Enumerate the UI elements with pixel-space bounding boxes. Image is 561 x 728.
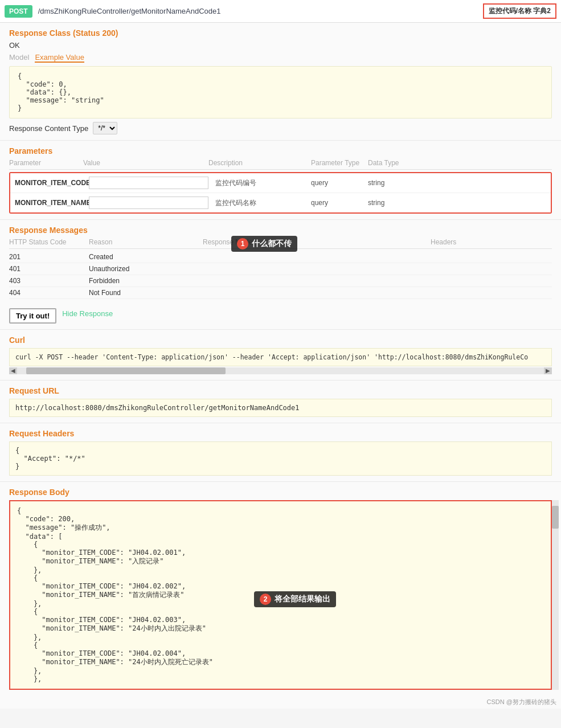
response-body-title: Response Body: [9, 488, 552, 497]
resp-row-201: 201 Created: [9, 251, 552, 263]
resp-row-401: 401 Unauthorized: [9, 263, 552, 275]
model-tabs: Model Example Value: [9, 53, 552, 63]
param-dtype-1: string: [368, 199, 425, 207]
status-404: 404: [9, 289, 89, 297]
param-row: MONITOR_ITEM_CODE 监控代码编号 query string: [10, 173, 551, 193]
example-value-tab[interactable]: Example Value: [35, 53, 84, 63]
response-body-scrollbar[interactable]: [552, 500, 559, 690]
response-class-section: Response Class (Status 200) OK Model Exa…: [0, 23, 561, 141]
col-header-dtype: Data Type: [368, 159, 425, 167]
curl-scrollbar[interactable]: ◀ ▶: [9, 367, 552, 374]
resp-col-reason: Reason: [89, 238, 203, 246]
param-desc-1: 监控代码名称: [208, 198, 311, 208]
status-403: 403: [9, 277, 89, 285]
reason-404: Not Found: [89, 289, 203, 297]
annotation-circle-2: 2: [260, 594, 271, 605]
param-name-0: MONITOR_ITEM_CODE: [15, 179, 89, 187]
model-404: [203, 289, 317, 297]
scroll-left-arrow[interactable]: ◀: [9, 367, 17, 374]
annotation-1: 1 什么都不传: [231, 236, 297, 252]
response-messages-title: Response Messages: [9, 226, 552, 235]
try-it-button[interactable]: Try it out!: [9, 308, 56, 324]
model-tab[interactable]: Model: [9, 53, 29, 63]
watermark: CSDN @努力搬砖的猪头: [0, 696, 561, 709]
request-url-value: http://localhost:8080/dmsZhikongRuleCont…: [9, 399, 552, 417]
curl-title: Curl: [9, 336, 552, 345]
request-url-title: Request URL: [9, 386, 552, 395]
param-input-0[interactable]: [89, 177, 208, 189]
response-body-section: Response Body { "code": 200, "message": …: [0, 482, 561, 696]
model-401: [203, 265, 317, 273]
resp-row-403: 403 Forbidden: [9, 275, 552, 287]
col-header-description: Description: [208, 159, 311, 167]
col-header-parameter: Parameter: [9, 159, 83, 167]
param-dtype-0: string: [368, 179, 425, 187]
param-row: MONITOR_ITEM_NAME 监控代码名称 query string: [10, 193, 551, 212]
param-rows-box: MONITOR_ITEM_CODE 监控代码编号 query string MO…: [9, 172, 552, 214]
status-201: 201: [9, 253, 89, 261]
hide-response-link[interactable]: Hide Response: [62, 309, 113, 318]
content-type-select[interactable]: */*: [93, 122, 117, 134]
ok-text: OK: [9, 41, 552, 50]
col-header-value: Value: [83, 159, 208, 167]
annotation-1-text: 什么都不传: [252, 239, 292, 249]
resp-row-404: 404 Not Found: [9, 287, 552, 299]
method-badge: POST: [5, 5, 32, 18]
parameters-section: Parameters Parameter Value Description P…: [0, 141, 561, 220]
scroll-right-arrow[interactable]: ▶: [544, 367, 552, 374]
annotation-2: 2 将全部结果输出: [254, 591, 336, 607]
parameters-title: Parameters: [9, 146, 552, 156]
main-container: POST /dmsZhiKongRuleController/getMonito…: [0, 0, 561, 709]
resp-col-headers: Headers: [431, 238, 488, 246]
curl-section: Curl curl -X POST --header 'Content-Type…: [0, 330, 561, 381]
headers-201: [317, 253, 374, 261]
response-content-type-row: Response Content Type */*: [9, 122, 552, 134]
headers-403: [317, 277, 374, 285]
model-201: [203, 253, 317, 261]
top-bar: POST /dmsZhiKongRuleController/getMonito…: [0, 0, 561, 23]
reason-403: Forbidden: [89, 277, 203, 285]
reason-401: Unauthorized: [89, 265, 203, 273]
response-class-title: Response Class (Status 200): [9, 28, 552, 38]
reason-201: Created: [89, 253, 203, 261]
resp-header-row: HTTP Status Code Reason Response Model 1…: [9, 238, 552, 249]
col-header-ptype: Parameter Type: [311, 159, 368, 167]
curl-content: curl -X POST --header 'Content-Type: app…: [9, 348, 552, 366]
example-code-block: { "code": 0, "data": {}, "message": "str…: [9, 66, 552, 118]
scrollbar-thumb-v: [552, 506, 559, 529]
model-403: [203, 277, 317, 285]
param-input-1[interactable]: [89, 197, 208, 209]
annotation-circle-1: 1: [237, 238, 248, 250]
response-messages-section: Response Messages HTTP Status Code Reaso…: [0, 220, 561, 330]
request-headers-content: { "Accept": "*/*" }: [9, 441, 552, 476]
scroll-thumb[interactable]: [26, 367, 226, 374]
endpoint-path: /dmsZhiKongRuleController/getMonitorName…: [38, 7, 483, 15]
param-desc-0: 监控代码编号: [208, 178, 311, 188]
content-type-label: Response Content Type: [9, 124, 88, 133]
request-headers-section: Request Headers { "Accept": "*/*" }: [0, 423, 561, 482]
resp-col-code: HTTP Status Code: [9, 238, 89, 246]
status-401: 401: [9, 265, 89, 273]
headers-404: [317, 289, 374, 297]
request-url-section: Request URL http://localhost:8080/dmsZhi…: [0, 381, 561, 423]
param-type-0: query: [311, 179, 368, 187]
annotation-2-text: 将全部结果输出: [275, 594, 330, 604]
request-headers-title: Request Headers: [9, 429, 552, 438]
param-type-1: query: [311, 199, 368, 207]
headers-401: [317, 265, 374, 273]
tag-badge: 监控代码/名称 字典2: [483, 3, 556, 19]
param-name-1: MONITOR_ITEM_NAME: [15, 199, 89, 207]
params-header-row: Parameter Value Description Parameter Ty…: [9, 159, 552, 170]
